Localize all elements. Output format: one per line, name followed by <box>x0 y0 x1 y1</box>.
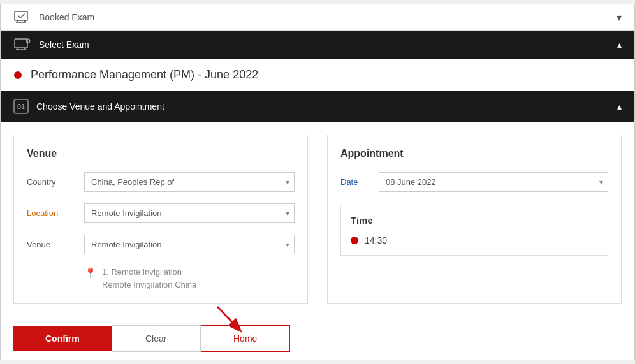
footer-buttons: Confirm Clear Home <box>1 317 634 360</box>
monitor-settings-icon <box>13 38 31 51</box>
date-form-row: Date 08 June 2022 ▾ <box>340 172 608 192</box>
main-content-area: Venue Country China, Peoples Rep of ▾ Lo… <box>1 122 634 317</box>
venue-form-row: Venue Remote Invigilation ▾ <box>27 235 295 254</box>
map-pin-icon: 📍 <box>84 267 97 279</box>
venue-section: Venue Country China, Peoples Rep of ▾ Lo… <box>13 135 308 304</box>
time-option[interactable]: 14:30 <box>351 235 598 245</box>
choose-venue-label: Choose Venue and Appointment <box>36 101 617 112</box>
choose-venue-chevron-icon: ▴ <box>617 101 622 112</box>
home-button[interactable]: Home <box>201 325 290 352</box>
location-select[interactable]: Remote Invigilation <box>84 203 295 223</box>
time-value: 14:30 <box>365 235 387 245</box>
select-exam-label: Select Exam <box>39 40 617 50</box>
date-select[interactable]: 08 June 2022 <box>379 172 608 192</box>
location-form-row: Location Remote Invigilation ▾ <box>27 203 295 223</box>
choose-venue-row[interactable]: 01 Choose Venue and Appointment ▴ <box>1 91 634 122</box>
exam-title-row: Performance Management (PM) - June 2022 <box>1 59 634 91</box>
country-form-row: Country China, Peoples Rep of ▾ <box>27 172 295 192</box>
selected-indicator-dot <box>14 71 22 79</box>
venue-label: Venue <box>27 240 84 249</box>
date-select-wrapper[interactable]: 08 June 2022 ▾ <box>379 172 608 192</box>
time-section: Time 14:30 <box>340 205 608 256</box>
confirm-button[interactable]: Confirm <box>13 326 112 351</box>
address-row: 📍 1, Remote Invigilation Remote Invigila… <box>27 266 295 291</box>
venue-section-title: Venue <box>27 148 295 159</box>
address-text: 1, Remote Invigilation Remote Invigilati… <box>102 266 196 291</box>
country-select-wrapper[interactable]: China, Peoples Rep of ▾ <box>84 172 295 192</box>
svg-rect-0 <box>15 11 27 20</box>
exam-title-text: Performance Management (PM) - June 2022 <box>31 68 258 82</box>
location-select-wrapper[interactable]: Remote Invigilation ▾ <box>84 203 295 223</box>
venue-select[interactable]: Remote Invigilation <box>84 235 295 254</box>
venue-step-badge: 01 <box>13 99 29 114</box>
svg-rect-4 <box>15 39 27 48</box>
location-label: Location <box>27 208 84 218</box>
booked-exam-chevron-icon: ▾ <box>617 11 622 24</box>
select-exam-chevron-icon: ▴ <box>617 40 622 50</box>
clear-button[interactable]: Clear <box>112 325 201 352</box>
country-label: Country <box>27 177 84 187</box>
select-exam-row[interactable]: Select Exam ▴ <box>1 31 634 59</box>
country-select[interactable]: China, Peoples Rep of <box>84 172 295 192</box>
time-section-title: Time <box>351 215 598 226</box>
monitor-check-icon <box>13 11 31 24</box>
appointment-section: Appointment Date 08 June 2022 ▾ Time 14:… <box>327 135 622 304</box>
appointment-section-title: Appointment <box>340 148 608 159</box>
venue-select-wrapper[interactable]: Remote Invigilation ▾ <box>84 235 295 254</box>
main-container: Booked Exam ▾ Select Exam ▴ Performance … <box>0 4 635 360</box>
time-selected-dot <box>351 237 358 244</box>
date-label: Date <box>340 177 379 187</box>
booked-exam-row[interactable]: Booked Exam ▾ <box>1 4 634 31</box>
booked-exam-label: Booked Exam <box>39 12 617 22</box>
